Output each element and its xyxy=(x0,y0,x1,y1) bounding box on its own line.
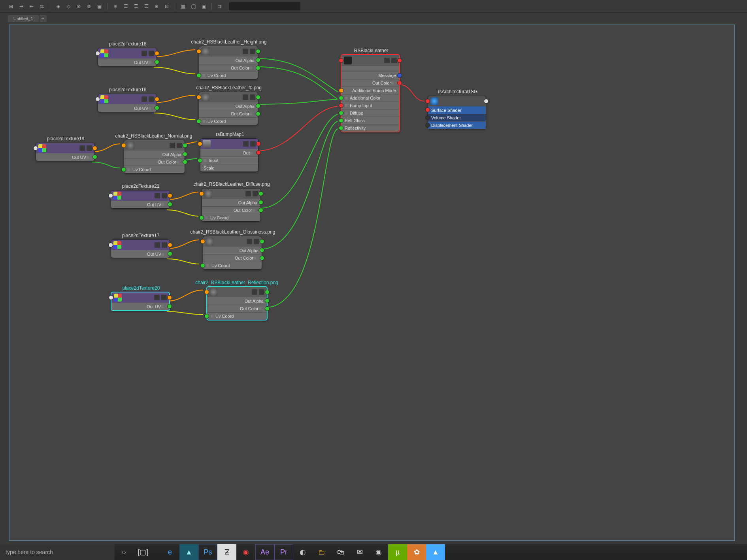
node-place2dtexture20[interactable]: place2dTexture20 S≡ Out UV⊞ xyxy=(111,292,170,311)
attr-add-color[interactable]: ⊞Additional Color xyxy=(341,94,399,102)
attr-uv-coord[interactable]: ⊞Uv Coord xyxy=(199,117,258,125)
tb-link-icon[interactable]: ⊘ xyxy=(75,2,83,10)
attr-scale[interactable]: Scale xyxy=(200,164,258,172)
aftereffects-icon[interactable]: Ae xyxy=(255,544,274,560)
attr-out-color[interactable]: Out Color⊞ xyxy=(199,64,258,72)
s-icon[interactable]: S xyxy=(141,51,147,56)
tb-out-icon[interactable]: ⇤ xyxy=(28,2,36,10)
node-rsarchitectural1sg[interactable]: rsArchitectural1SG Surface Shader Volume… xyxy=(428,96,486,129)
tb-layout-icon[interactable]: ⇉ xyxy=(216,2,224,10)
bump-icon xyxy=(203,140,211,148)
attr-surface-shader[interactable]: Surface Shader xyxy=(428,106,486,114)
attr-out-alpha[interactable]: Out Alpha xyxy=(199,102,258,110)
tb-add-icon[interactable]: ◈ xyxy=(54,2,62,10)
attr-out-alpha[interactable]: Out Alpha xyxy=(202,199,260,206)
tb-del-icon[interactable]: ◇ xyxy=(64,2,72,10)
attr-out-color[interactable]: Out Color⊞ xyxy=(202,206,260,214)
tb-select-icon[interactable]: ◯ xyxy=(189,2,197,10)
attr-out[interactable]: Out⊞ xyxy=(200,149,258,156)
attr-reflectivity[interactable]: Reflectivity xyxy=(341,124,399,132)
attr-out-alpha[interactable]: Out Alpha xyxy=(207,297,267,305)
attr-out-alpha[interactable]: Out Alpha xyxy=(203,247,262,254)
tb-snap-icon[interactable]: ⊞ xyxy=(7,2,15,10)
settings-icon[interactable]: ✿ xyxy=(407,544,426,560)
attr-diffuse[interactable]: ⊞Diffuse xyxy=(341,109,399,117)
attr-out-uv[interactable]: Out UV⊞ xyxy=(36,153,94,161)
photoshop-icon[interactable]: Ps xyxy=(198,544,217,560)
attr-out-color[interactable]: Out Color⊞ xyxy=(124,158,185,166)
attr-uv-coord[interactable]: ⊞Uv Coord xyxy=(124,166,185,173)
tb-unlink-icon[interactable]: ⊗ xyxy=(85,2,93,10)
node-file-glossiness[interactable]: chair2_RSBlackLeather_Glossiness.png S≡ … xyxy=(203,236,262,270)
taskbar-search[interactable]: type here to search xyxy=(0,544,115,560)
attr-out-uv[interactable]: Out UV⊞ xyxy=(98,104,157,112)
chrome-icon[interactable]: ◉ xyxy=(369,544,388,560)
attr-out-color[interactable]: Out Color⊞ xyxy=(203,254,262,262)
attr-refl-gloss[interactable]: Refl Gloss xyxy=(341,117,399,124)
tb-fit-icon[interactable]: ⊡ xyxy=(163,2,171,10)
attr-out-alpha[interactable]: Out Alpha xyxy=(124,151,185,158)
attr-out-color[interactable]: Out Color⊞ xyxy=(199,110,258,117)
tb-view1-icon[interactable]: ≡ xyxy=(111,2,119,10)
port-out[interactable] xyxy=(155,51,159,56)
node-file-diffuse[interactable]: chair2_RSBlackLeather_Diffuse.png S≡ Out… xyxy=(202,188,261,222)
node-rsbumpmap1[interactable]: rsBumpMap1 S≡ Out⊞ ⊞Input Scale xyxy=(200,138,258,172)
node-canvas[interactable]: place2dTexture18 S≡ Out UV⊞ place2dTextu… xyxy=(9,25,735,541)
attr-volume-shader[interactable]: Volume Shader xyxy=(428,114,486,121)
attr-out-color[interactable]: Out Color⊞ xyxy=(207,305,267,312)
photos-icon[interactable]: ▲ xyxy=(426,544,445,560)
tab-untitled[interactable]: Untitled_1 xyxy=(8,15,39,22)
toolbar-search-input[interactable] xyxy=(229,2,300,10)
tb-view2-icon[interactable]: ☰ xyxy=(122,2,130,10)
premiere-icon[interactable]: Pr xyxy=(274,544,293,560)
maya-icon[interactable]: ▲ xyxy=(179,544,198,560)
attr-input[interactable]: ⊞Input xyxy=(200,156,258,164)
tb-view4-icon[interactable]: ☰ xyxy=(142,2,150,10)
attr-out-uv[interactable]: Out UV⊞ xyxy=(111,201,170,208)
node-file-f0[interactable]: chair2_RSBlackLeather_f0.png S≡ Out Alph… xyxy=(199,92,258,125)
node-title: chair2_RSBlackLeather_Glossiness.png xyxy=(181,229,284,235)
zbrush-icon[interactable]: Ƶ xyxy=(217,544,236,560)
taskview-icon[interactable]: [▢] xyxy=(134,544,153,560)
list-icon[interactable]: ≡ xyxy=(149,51,154,56)
tb-grid-icon[interactable]: ▦ xyxy=(179,2,187,10)
attr-message[interactable]: Message xyxy=(341,72,399,79)
attr-add-bump-mode[interactable]: Additional Bump Mode xyxy=(341,87,399,94)
tb-view3-icon[interactable]: ☰ xyxy=(132,2,140,10)
tb-zoom-icon[interactable]: ⊕ xyxy=(153,2,160,10)
node-file-reflection[interactable]: chair2_RSBlackLeather_Reflection.png S≡ … xyxy=(206,286,268,321)
cortana-icon[interactable]: ○ xyxy=(115,544,134,560)
attr-out-uv[interactable]: Out UV⊞ xyxy=(111,303,169,310)
explorer-icon[interactable]: 🗀 xyxy=(312,544,331,560)
utorrent-icon[interactable]: µ xyxy=(388,544,407,560)
attr-out-uv[interactable]: Out UV⊞ xyxy=(98,58,157,66)
attr-bump-input[interactable]: ⊞Bump Input xyxy=(341,102,399,109)
attr-uv-coord[interactable]: ⊞Uv Coord xyxy=(202,214,260,221)
attr-out-uv[interactable]: Out UV⊞ xyxy=(111,250,170,258)
attr-uv-coord[interactable]: ⊞Uv Coord xyxy=(207,312,267,320)
tb-camera-icon[interactable]: ▣ xyxy=(200,2,208,10)
node-place2dtexture16[interactable]: place2dTexture16 S≡ Out UV⊞ xyxy=(98,94,157,112)
node-place2dtexture19[interactable]: place2dTexture19 S≡ Out UV⊞ xyxy=(36,143,95,161)
node-rsblackleather[interactable]: RSBlackLeather S≡ Message Out Color⊞ Add… xyxy=(341,54,400,132)
tb-dup-icon[interactable]: ▣ xyxy=(95,2,103,10)
port-in[interactable] xyxy=(95,51,100,56)
node-file-normal[interactable]: chair2_RSBlackLeather_Normal.png S≡ Out … xyxy=(124,140,185,173)
node-place2dtexture18[interactable]: place2dTexture18 S≡ Out UV⊞ xyxy=(98,48,157,66)
tb-both-icon[interactable]: ⇆ xyxy=(38,2,46,10)
attr-out-alpha[interactable]: Out Alpha xyxy=(199,57,258,64)
node-place2dtexture21[interactable]: place2dTexture21 S≡ Out UV⊞ xyxy=(111,190,170,209)
mail-icon[interactable]: ✉ xyxy=(350,544,369,560)
edge-icon[interactable]: e xyxy=(160,544,179,560)
attr-out-color[interactable]: Out Color⊞ xyxy=(341,79,399,87)
attr-uv-coord[interactable]: ⊞Uv Coord xyxy=(203,262,262,269)
node-place2dtexture17[interactable]: place2dTexture17 S≡ Out UV⊞ xyxy=(111,239,170,258)
node-file-height[interactable]: chair2_RSBlackLeather_Height.png S≡ Out … xyxy=(199,46,258,79)
substance-icon[interactable]: ◉ xyxy=(236,544,255,560)
tb-in-icon[interactable]: ⇥ xyxy=(17,2,25,10)
tab-add-button[interactable]: + xyxy=(40,15,47,22)
store-icon[interactable]: 🛍 xyxy=(331,544,350,560)
attr-uv-coord[interactable]: ⊞Uv Coord xyxy=(199,72,258,79)
attr-displacement-shader[interactable]: Displacement Shader xyxy=(428,121,486,129)
steam-icon[interactable]: ◐ xyxy=(293,544,312,560)
